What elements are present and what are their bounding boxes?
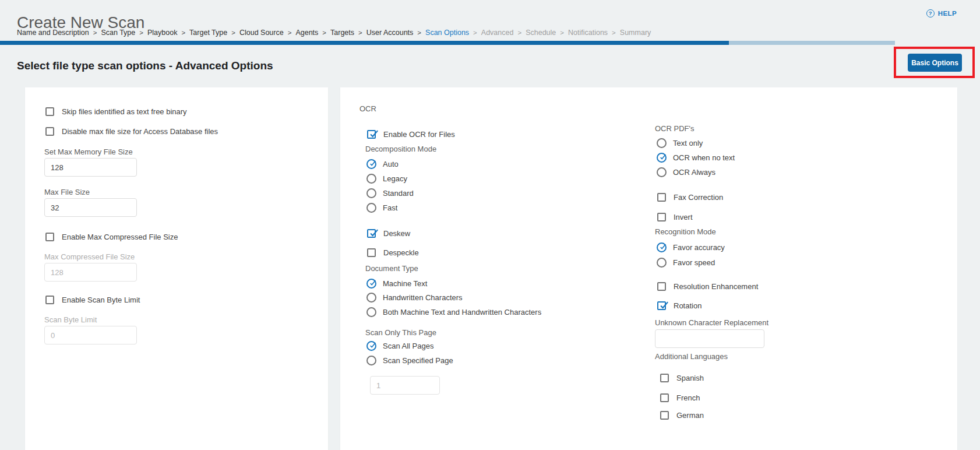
checkbox-icon[interactable] [367,248,376,257]
breadcrumb-item[interactable]: Name and Description [17,29,89,37]
checkbox-icon[interactable] [660,411,669,420]
recognition-mode-label: Recognition Mode [655,227,716,236]
checkbox-label: French [676,393,700,402]
radio-doctype-machine-text[interactable]: Machine Text [366,277,427,289]
checkbox-skip-text-free-binary[interactable]: Skip files identified as text free binar… [45,106,187,117]
breadcrumb-separator-icon: > [93,29,97,36]
file-size-options-panel: Skip files identified as text free binar… [25,87,328,450]
checkbox-icon[interactable] [45,107,54,116]
radio-icon[interactable] [366,188,376,198]
basic-options-button[interactable]: Basic Options [908,54,962,72]
additional-languages-label: Additional Languages [655,352,728,361]
radio-decomposition-fast[interactable]: Fast [366,202,397,213]
checkbox-label: German [676,411,704,420]
radio-icon[interactable] [366,174,376,184]
max-file-size-label: Max File Size [44,188,90,196]
checkbox-label: Enable Max Compressed File Size [62,233,178,241]
radio-icon[interactable] [657,138,667,148]
checkbox-icon[interactable] [45,296,54,304]
radio-icon[interactable] [366,159,376,169]
radio-favor-speed[interactable]: Favor speed [657,256,715,268]
checkbox-language-french[interactable]: French [660,392,700,403]
checkbox-icon[interactable] [660,374,669,382]
breadcrumb-item[interactable]: Agents [295,29,318,37]
document-type-label: Document Type [365,264,418,273]
checkbox-enable-scan-byte-limit[interactable]: Enable Scan Byte Limit [45,294,140,305]
breadcrumb-item[interactable]: Targets [330,29,354,37]
radio-favor-accuracy[interactable]: Favor accuracy [657,241,725,253]
breadcrumb-item: Notifications [568,29,608,37]
checkbox-despeckle[interactable]: Despeckle [367,247,419,258]
radio-decomposition-auto[interactable]: Auto [366,158,399,170]
radio-icon[interactable] [657,242,667,252]
checkbox-enable-max-compressed[interactable]: Enable Max Compressed File Size [45,231,178,242]
radio-icon[interactable] [366,341,376,351]
radio-icon[interactable] [366,293,376,303]
checkbox-label: Invert [674,213,693,222]
unknown-character-replacement-input[interactable] [655,329,764,348]
help-link[interactable]: ? HELP [926,9,957,17]
breadcrumb-separator-icon: > [560,29,564,36]
breadcrumb-separator-icon: > [417,29,421,36]
radio-pdf-ocr-when-no-text[interactable]: OCR when no text [657,152,735,163]
checkbox-icon[interactable] [657,193,666,202]
checkbox-icon[interactable] [367,130,376,139]
checkbox-disable-max-access-db[interactable]: Disable max file size for Access Databas… [45,125,218,137]
checkbox-rotation[interactable]: Rotation [657,300,701,311]
radio-label: Favor accuracy [673,243,725,252]
decomposition-mode-label: Decomposition Mode [365,145,436,153]
radio-label: Scan All Pages [383,342,433,350]
checkbox-label: Disable max file size for Access Databas… [62,127,218,136]
scan-byte-limit-input [44,326,137,344]
radio-icon[interactable] [366,203,376,213]
breadcrumb-item[interactable]: Cloud Source [239,29,284,37]
checkbox-icon[interactable] [657,301,666,310]
checkbox-fax-correction[interactable]: Fax Correction [657,191,723,203]
ocr-pdfs-label: OCR PDF's [655,124,694,133]
radio-decomposition-standard[interactable]: Standard [366,187,414,199]
breadcrumb-item: Advanced [481,29,514,37]
radio-scan-specified-page[interactable]: Scan Specified Page [366,354,453,366]
radio-pdf-ocr-always[interactable]: OCR Always [657,166,715,178]
breadcrumb-separator-icon: > [181,29,185,36]
checkbox-label: Resolution Enhancement [674,282,758,291]
radio-icon[interactable] [657,167,667,177]
max-file-size-input[interactable] [44,198,137,217]
checkbox-invert[interactable]: Invert [657,211,693,223]
radio-label: Scan Specified Page [383,356,453,365]
radio-icon[interactable] [366,307,376,317]
checkbox-label: Skip files identified as text free binar… [62,107,187,116]
checkbox-resolution-enhancement[interactable]: Resolution Enhancement [657,280,758,292]
checkbox-icon[interactable] [660,393,669,402]
radio-doctype-both[interactable]: Both Machine Text and Handwritten Charac… [366,306,541,318]
checkbox-label: Enable Scan Byte Limit [62,296,140,304]
radio-decomposition-legacy[interactable]: Legacy [366,173,407,184]
breadcrumb-item[interactable]: Scan Type [101,29,135,37]
radio-label: Machine Text [383,279,427,288]
radio-doctype-handwritten[interactable]: Handwritten Characters [366,291,463,303]
breadcrumb-item[interactable]: Target Type [189,29,227,37]
radio-icon[interactable] [366,356,376,365]
checkbox-icon[interactable] [657,282,666,291]
checkbox-language-spanish[interactable]: Spanish [660,372,704,384]
set-max-memory-input[interactable] [44,158,137,177]
radio-pdf-text-only[interactable]: Text only [657,137,703,149]
radio-icon[interactable] [657,153,667,163]
breadcrumb-separator-icon: > [473,29,477,36]
breadcrumb-item[interactable]: Playbook [147,29,177,37]
breadcrumb-item[interactable]: Scan Options [425,29,469,37]
breadcrumb-item[interactable]: User Accounts [366,29,414,37]
checkbox-icon[interactable] [367,229,376,238]
checkbox-icon[interactable] [45,233,54,241]
checkbox-enable-ocr[interactable]: Enable OCR for Files [367,128,455,140]
checkbox-icon[interactable] [657,213,666,222]
radio-scan-all-pages[interactable]: Scan All Pages [366,340,433,351]
checkbox-language-german[interactable]: German [660,409,704,421]
scan-only-this-page-label: Scan Only This Page [365,328,436,337]
checkbox-deskew[interactable]: Deskew [367,227,410,239]
checkbox-label: Spanish [676,374,704,382]
max-compressed-input [44,263,137,282]
radio-icon[interactable] [366,279,376,289]
checkbox-icon[interactable] [45,127,54,136]
radio-icon[interactable] [657,258,667,268]
